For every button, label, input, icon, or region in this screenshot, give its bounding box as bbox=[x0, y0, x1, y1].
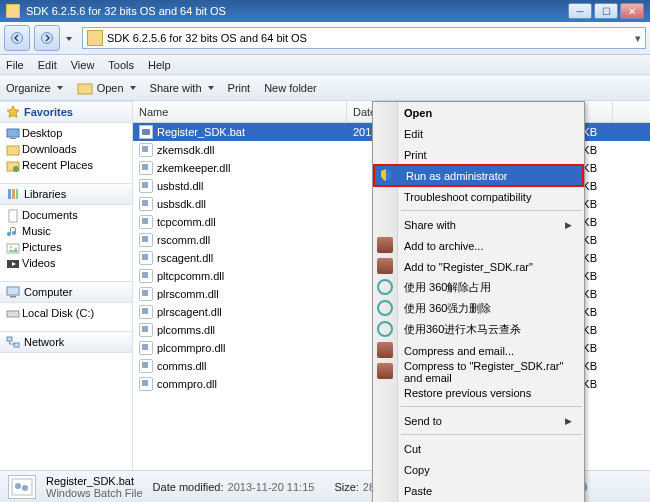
360-icon bbox=[377, 300, 393, 316]
sidebar-item-documents[interactable]: Documents bbox=[0, 207, 132, 223]
dll-file-icon bbox=[139, 215, 153, 229]
organize-button[interactable]: Organize bbox=[6, 82, 63, 94]
svg-rect-21 bbox=[12, 479, 32, 495]
menu-edit[interactable]: Edit bbox=[38, 59, 57, 71]
menu-file[interactable]: File bbox=[6, 59, 24, 71]
dll-file-icon bbox=[139, 341, 153, 355]
star-icon bbox=[6, 105, 20, 119]
ctx-copy[interactable]: Copy bbox=[373, 459, 584, 480]
file-name: tcpcomm.dll bbox=[157, 216, 216, 228]
libraries-icon bbox=[6, 187, 20, 201]
file-name: plcommpro.dll bbox=[157, 342, 225, 354]
menu-tools[interactable]: Tools bbox=[108, 59, 134, 71]
dll-file-icon bbox=[139, 323, 153, 337]
dll-file-icon bbox=[139, 305, 153, 319]
file-list-area: Name Date modified Type Size Register_SD… bbox=[133, 101, 650, 470]
dll-file-icon bbox=[139, 251, 153, 265]
ctx-add-to-rar[interactable]: Add to "Register_SDK.rar" bbox=[373, 256, 584, 277]
ctx-edit[interactable]: Edit bbox=[373, 123, 584, 144]
sidebar: Favorites Desktop Downloads Recent Place… bbox=[0, 101, 133, 470]
svg-rect-20 bbox=[14, 343, 19, 347]
sidebar-item-downloads[interactable]: Downloads bbox=[0, 141, 132, 157]
dll-file-icon bbox=[139, 197, 153, 211]
nav-bar: SDK 6.2.5.6 for 32 bits OS and 64 bit OS… bbox=[0, 22, 650, 55]
ctx-restore-previous[interactable]: Restore previous versions bbox=[373, 382, 584, 403]
ctx-troubleshoot[interactable]: Troubleshoot compatibility bbox=[373, 186, 584, 207]
file-name: plcomms.dll bbox=[157, 324, 215, 336]
file-name: plrscagent.dll bbox=[157, 306, 222, 318]
file-name: usbsdk.dll bbox=[157, 198, 206, 210]
column-name[interactable]: Name bbox=[133, 101, 347, 122]
address-bar[interactable]: SDK 6.2.5.6 for 32 bits OS and 64 bit OS… bbox=[82, 27, 646, 49]
menu-help[interactable]: Help bbox=[148, 59, 171, 71]
file-name: usbstd.dll bbox=[157, 180, 203, 192]
ctx-share-with[interactable]: Share with▶ bbox=[373, 214, 584, 235]
recent-icon bbox=[6, 159, 20, 173]
new-folder-button[interactable]: New folder bbox=[264, 82, 317, 94]
window-title: SDK 6.2.5.6 for 32 bits OS and 64 bit OS bbox=[26, 5, 226, 17]
file-name: comms.dll bbox=[157, 360, 207, 372]
batch-file-icon bbox=[139, 125, 153, 139]
ctx-compress-and-email[interactable]: Compress and email... bbox=[373, 340, 584, 361]
libraries-heading[interactable]: Libraries bbox=[0, 183, 132, 205]
network-heading[interactable]: Network bbox=[0, 331, 132, 353]
sidebar-item-local-disk[interactable]: Local Disk (C:) bbox=[0, 305, 132, 321]
dll-file-icon bbox=[139, 179, 153, 193]
rar-icon bbox=[377, 342, 393, 358]
svg-rect-9 bbox=[8, 189, 11, 199]
computer-heading[interactable]: Computer bbox=[0, 281, 132, 303]
file-name: Register_SDK.bat bbox=[157, 126, 245, 138]
ctx-paste[interactable]: Paste bbox=[373, 480, 584, 501]
sidebar-item-recent-places[interactable]: Recent Places bbox=[0, 157, 132, 173]
sidebar-item-desktop[interactable]: Desktop bbox=[0, 125, 132, 141]
svg-rect-18 bbox=[7, 311, 19, 317]
ctx-run-as-administrator[interactable]: Run as administrator bbox=[373, 164, 584, 187]
close-button[interactable]: ✕ bbox=[620, 3, 644, 19]
forward-button[interactable] bbox=[34, 25, 60, 51]
svg-rect-4 bbox=[7, 129, 19, 137]
sidebar-item-videos[interactable]: Videos bbox=[0, 255, 132, 271]
ctx-cut[interactable]: Cut bbox=[373, 438, 584, 459]
ctx-360-cloud-scan[interactable]: 使用360进行木马云查杀 bbox=[373, 319, 584, 340]
dll-file-icon bbox=[139, 269, 153, 283]
details-date-modified: 2013-11-20 11:15 bbox=[228, 481, 315, 493]
ctx-send-to[interactable]: Send to▶ bbox=[373, 410, 584, 431]
ctx-compress-rar-and-email[interactable]: Compress to "Register_SDK.rar" and email bbox=[373, 361, 584, 382]
favorites-heading[interactable]: Favorites bbox=[0, 101, 132, 123]
shield-icon bbox=[379, 168, 395, 184]
ctx-open[interactable]: Open bbox=[373, 102, 584, 123]
dll-file-icon bbox=[139, 233, 153, 247]
svg-rect-3 bbox=[78, 84, 92, 94]
open-button[interactable]: Open bbox=[77, 80, 136, 96]
sidebar-item-music[interactable]: Music bbox=[0, 223, 132, 239]
titlebar: SDK 6.2.5.6 for 32 bits OS and 64 bit OS… bbox=[0, 0, 650, 22]
back-history-dropdown[interactable] bbox=[64, 32, 78, 44]
sidebar-item-pictures[interactable]: Pictures bbox=[0, 239, 132, 255]
maximize-button[interactable]: ☐ bbox=[594, 3, 618, 19]
videos-icon bbox=[6, 257, 20, 271]
file-name: plrscomm.dll bbox=[157, 288, 219, 300]
ctx-360-unlock[interactable]: 使用 360解除占用 bbox=[373, 277, 584, 298]
file-name: commpro.dll bbox=[157, 378, 217, 390]
file-name: rscagent.dll bbox=[157, 252, 213, 264]
print-button[interactable]: Print bbox=[228, 82, 251, 94]
menu-view[interactable]: View bbox=[71, 59, 95, 71]
dll-file-icon bbox=[139, 143, 153, 157]
360-icon bbox=[377, 321, 393, 337]
ctx-add-to-archive[interactable]: Add to archive... bbox=[373, 235, 584, 256]
svg-rect-17 bbox=[10, 296, 16, 298]
address-dropdown-icon[interactable]: ▾ bbox=[635, 32, 641, 45]
open-icon bbox=[77, 80, 93, 96]
minimize-button[interactable]: ─ bbox=[568, 3, 592, 19]
toolbar: Organize Open Share with Print New folde… bbox=[0, 75, 650, 101]
context-menu: Open Edit Print Run as administrator Tro… bbox=[372, 101, 585, 502]
rar-icon bbox=[377, 363, 393, 379]
ctx-print[interactable]: Print bbox=[373, 144, 584, 165]
back-button[interactable] bbox=[4, 25, 30, 51]
svg-rect-12 bbox=[9, 210, 17, 222]
svg-rect-16 bbox=[7, 287, 19, 295]
ctx-360-force-delete[interactable]: 使用 360强力删除 bbox=[373, 298, 584, 319]
downloads-icon bbox=[6, 143, 20, 157]
svg-rect-11 bbox=[16, 189, 18, 199]
share-with-button[interactable]: Share with bbox=[150, 82, 214, 94]
